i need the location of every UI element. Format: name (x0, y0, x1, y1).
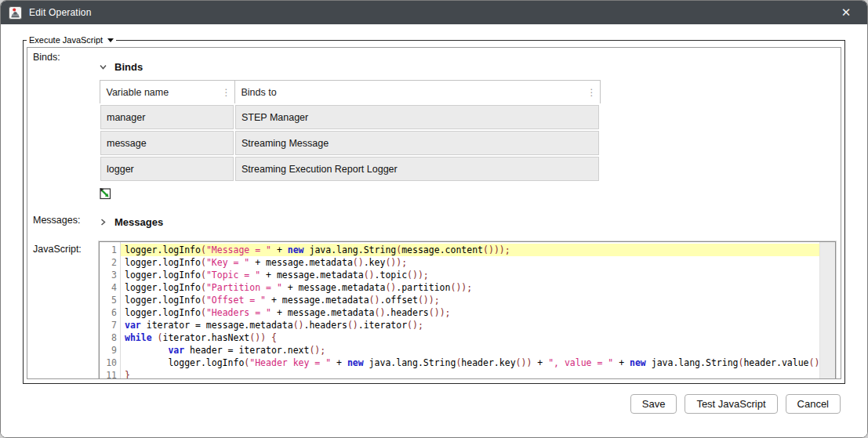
code-line[interactable]: logger.logInfo("Headers = " + message.me… (121, 306, 820, 319)
edit-operation-dialog: Edit Operation ✕ Execute JavaScript Bind… (0, 0, 868, 438)
chevron-right-icon[interactable] (99, 218, 107, 226)
table-cell[interactable]: STEP Manager (234, 104, 600, 130)
code-line[interactable]: logger.logInfo("Offset = " + message.met… (121, 294, 820, 306)
line-number: 5 (100, 294, 117, 306)
table-row[interactable]: loggerStreaming Execution Report Logger (100, 156, 600, 182)
table-row[interactable]: managerSTEP Manager (100, 104, 600, 130)
code-pane[interactable]: logger.logInfo("Message = " + new java.l… (121, 242, 835, 379)
table-cell[interactable]: manager (100, 104, 234, 130)
save-button[interactable]: Save (630, 394, 677, 414)
messages-row: Messages: Messages (27, 211, 841, 228)
table-cell[interactable]: message (100, 130, 234, 156)
operation-type-selector[interactable]: Execute JavaScript (27, 35, 116, 45)
operation-group: Execute JavaScript Binds: Binds (23, 35, 845, 384)
line-number-gutter: 1234567891011 (100, 242, 121, 379)
binds-table-body: managerSTEP ManagermessageStreaming Mess… (100, 104, 600, 182)
app-icon (9, 6, 22, 20)
line-number: 11 (100, 369, 117, 379)
messages-section-header[interactable]: Messages (99, 216, 836, 228)
code-line[interactable]: logger.logInfo("Topic = " + message.meta… (121, 269, 820, 281)
dialog-body: Execute JavaScript Binds: Binds (1, 24, 867, 437)
column-header-variable-name[interactable]: Variable name ⋮ (100, 81, 234, 105)
line-number: 10 (100, 357, 117, 369)
line-number: 2 (100, 256, 117, 269)
table-cell[interactable]: logger (100, 156, 234, 182)
line-number: 1 (100, 244, 117, 256)
chevron-down-icon[interactable] (99, 63, 107, 71)
code-line[interactable]: while (iterator.hasNext()) { (121, 331, 820, 344)
operation-type-label: Execute JavaScript (29, 35, 103, 45)
javascript-row: JavaScript: 1234567891011 logger.logInfo… (27, 240, 841, 379)
column-header-binds-to[interactable]: Binds to ⋮ (234, 81, 600, 105)
binds-section-header[interactable]: Binds (99, 61, 836, 73)
footer-buttons: Save Test JavaScript Cancel (630, 394, 841, 414)
table-cell[interactable]: Streaming Execution Report Logger (234, 156, 600, 182)
javascript-editor[interactable]: 1234567891011 logger.logInfo("Message = … (99, 241, 836, 379)
line-number: 8 (100, 331, 117, 344)
code-line[interactable]: var iterator = message.metadata().header… (121, 319, 820, 331)
table-row[interactable]: messageStreaming Message (100, 130, 600, 156)
operation-panel: Binds: Binds (27, 47, 841, 379)
cancel-button[interactable]: Cancel (786, 394, 841, 414)
javascript-label: JavaScript: (27, 240, 99, 255)
table-cell[interactable]: Streaming Message (234, 130, 600, 156)
line-number: 7 (100, 319, 117, 331)
column-menu-icon[interactable]: ⋮ (587, 89, 597, 96)
line-number: 4 (100, 281, 117, 294)
binds-row: Binds: Binds (27, 48, 841, 200)
test-javascript-button[interactable]: Test JavaScript (685, 394, 777, 414)
messages-label: Messages: (27, 211, 99, 226)
window-title: Edit Operation (29, 7, 92, 18)
binds-section-title: Binds (114, 61, 143, 73)
code-line[interactable]: logger.logInfo("Partition = " + message.… (121, 281, 820, 294)
code-line[interactable]: logger.logInfo("Header key = " + new jav… (121, 357, 820, 369)
code-line[interactable]: } (121, 369, 820, 379)
line-number: 3 (100, 269, 117, 281)
code-line[interactable]: var header = iterator.next(); (121, 344, 820, 357)
binds-label: Binds: (27, 48, 99, 63)
messages-section-title: Messages (114, 216, 163, 228)
code-line[interactable]: logger.logInfo("Key = " + message.metada… (121, 256, 820, 269)
dropdown-caret-icon[interactable] (107, 38, 114, 42)
title-bar[interactable]: Edit Operation ✕ (1, 1, 867, 24)
binds-table: Variable name ⋮ Binds to ⋮ managerSTE (99, 80, 601, 183)
line-number: 9 (100, 344, 117, 357)
close-button[interactable]: ✕ (833, 1, 859, 24)
column-menu-icon[interactable]: ⋮ (222, 89, 231, 96)
add-bind-icon[interactable] (99, 186, 112, 200)
line-number: 6 (100, 306, 117, 319)
code-line[interactable]: logger.logInfo("Message = " + new java.l… (121, 244, 820, 256)
vertical-scrollbar[interactable] (819, 242, 835, 379)
